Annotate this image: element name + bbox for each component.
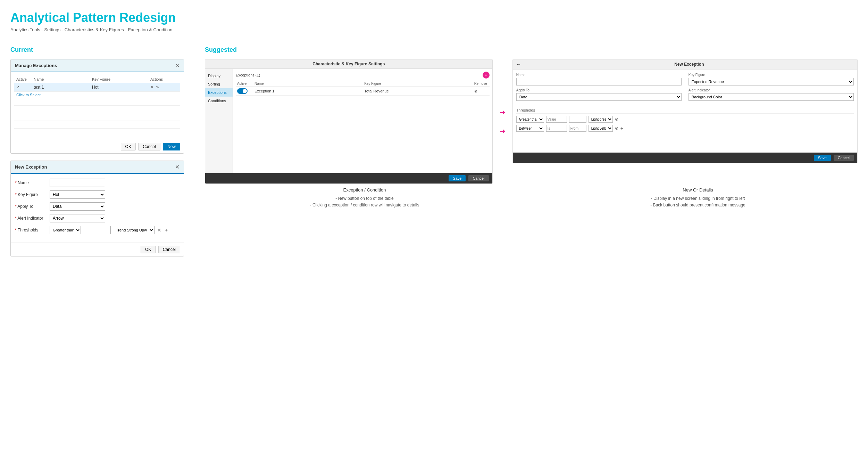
alertindicator-select[interactable]: Arrow <box>50 214 105 222</box>
exc-row-remove-icon[interactable]: ⊗ <box>474 89 488 93</box>
field-keyfigure: Key Figure Expected Revenue <box>688 73 854 85</box>
right-panel: ← New Exception Name Key Figure <box>512 59 858 163</box>
exc-row-keyfigure: Total Revenue <box>364 89 474 93</box>
left-panel-content: Exceptions (1) + Active Name Key Figure … <box>233 69 492 173</box>
back-btn[interactable]: ← <box>516 62 521 67</box>
annotation-left-title: Exception / Condition <box>205 187 524 193</box>
thr1-value-input[interactable] <box>546 116 567 123</box>
threshold-condition-select[interactable]: Greater than <box>50 226 81 234</box>
row-edit-btn[interactable]: ✎ <box>156 85 159 90</box>
thr1-from-input[interactable] <box>569 116 586 123</box>
new-exception-title: New Exception <box>15 164 47 170</box>
sidebar-item-exceptions[interactable]: Exceptions <box>205 88 233 97</box>
annotation-left-text: - New button on top of the table - Click… <box>205 195 524 209</box>
annotation-right-title: New Or Details <box>538 187 858 193</box>
right-panel-title: New Exception <box>525 62 854 67</box>
exc-row-name: Exception 1 <box>254 89 364 93</box>
current-label: Current <box>10 46 184 54</box>
field-alertindicator-label: Alert Indicator <box>15 216 50 221</box>
left-panel-inner: Display Sorting Exceptions Conditions Ex… <box>205 69 492 173</box>
field-name-label: Name <box>15 180 50 185</box>
field-name-row: Name <box>15 179 180 187</box>
click-to-select[interactable]: Click to Select <box>14 92 180 98</box>
manage-table-header: Active Name Key Figure Actions <box>14 76 180 83</box>
manage-exceptions-title: Manage Exceptions <box>15 63 57 68</box>
right-save-btn[interactable]: Save <box>814 155 831 161</box>
right-alertindicator-select[interactable]: Background Color <box>688 93 854 101</box>
thr1-color-select[interactable]: Light green <box>589 116 613 123</box>
new-exception-close-icon[interactable]: ✕ <box>175 164 180 170</box>
col-keyfigure: Key Figure <box>92 77 150 81</box>
thr2-condition-select[interactable]: Between <box>516 125 544 132</box>
manage-exceptions-footer: OK Cancel New <box>11 140 184 153</box>
col-active: Active <box>16 77 34 81</box>
table-row[interactable]: ✓ test 1 Hot ✕ ✎ <box>14 83 180 92</box>
thr2-delete-btn[interactable]: ⊗ <box>615 126 618 131</box>
left-panel-main: Exceptions (1) + Active Name Key Figure … <box>233 69 492 173</box>
threshold-add-btn[interactable]: + <box>164 227 168 233</box>
toggle-on[interactable] <box>237 88 248 94</box>
manage-exceptions-dialog: Manage Exceptions ✕ Active Name Key Figu… <box>10 59 184 154</box>
manage-new-btn[interactable]: New <box>163 143 180 150</box>
manage-cancel-btn[interactable]: Cancel <box>138 143 160 150</box>
row-delete-btn[interactable]: ✕ <box>150 85 154 90</box>
thr2-value-input[interactable] <box>546 125 567 132</box>
annotation-right-text: - Display in a new screen sliding in fro… <box>538 195 858 209</box>
left-panel-sidebar: Display Sorting Exceptions Conditions <box>205 69 233 173</box>
thr2-add-btn[interactable]: + <box>620 125 623 131</box>
page-subtitle: Analytics Tools - Settings - Characteris… <box>10 27 858 32</box>
manage-exceptions-body: Active Name Key Figure Actions ✓ test 1 … <box>11 72 184 140</box>
exc-col-active: Active <box>237 82 254 85</box>
right-panel-body: Name Key Figure Expected Revenue Apply <box>513 70 857 153</box>
thr1-condition-select[interactable]: Greater than <box>516 116 544 123</box>
thr1-delete-btn[interactable]: ⊗ <box>615 117 618 122</box>
field-alertindicator: Alert Indicator Background Color <box>688 88 854 101</box>
sidebar-item-sorting[interactable]: Sorting <box>205 80 233 88</box>
thresholds-section: Thresholds Greater than Light green <box>516 108 854 132</box>
new-exc-ok-btn[interactable]: OK <box>141 246 156 253</box>
col-name: Name <box>34 77 92 81</box>
manage-ok-btn[interactable]: OK <box>121 143 136 150</box>
thr2-color-select[interactable]: Light yellow <box>589 125 613 132</box>
right-keyfigure-label: Key Figure <box>688 73 854 77</box>
new-exc-cancel-btn[interactable]: Cancel <box>158 246 180 253</box>
annotation-left: Exception / Condition - New button on to… <box>205 187 524 209</box>
manage-exceptions-close-icon[interactable]: ✕ <box>175 62 180 69</box>
right-applyto-select[interactable]: Data <box>516 93 682 101</box>
exc-add-btn[interactable]: + <box>483 72 490 79</box>
new-exception-header: New Exception ✕ <box>11 161 184 174</box>
annotations: Exception / Condition - New button on to… <box>205 187 858 209</box>
exc-data-row[interactable]: Exception 1 Total Revenue ⊗ <box>236 87 490 96</box>
suggested-panels-wrapper: Characteristic & Key Figure Settings Dis… <box>205 59 858 184</box>
new-exception-footer: OK Cancel <box>11 243 184 256</box>
keyfigure-select[interactable]: Hot <box>50 190 105 199</box>
right-applyto-label: Apply To <box>516 88 682 92</box>
row-actions: ✕ ✎ <box>150 85 178 90</box>
right-panel-wrap: ← New Exception Name Key Figure <box>512 59 858 184</box>
right-cancel-btn[interactable]: Cancel <box>834 155 854 161</box>
left-panel-footer: Save Cancel <box>205 173 492 183</box>
page-title: Analytical Pattern Redesign <box>10 10 858 25</box>
applyto-select[interactable]: Data <box>50 202 105 211</box>
right-name-input[interactable] <box>516 78 682 85</box>
row-keyfigure: Hot <box>92 85 150 90</box>
left-panel-wrap: Characteristic & Key Figure Settings Dis… <box>205 59 493 184</box>
sidebar-item-display[interactable]: Display <box>205 72 233 80</box>
field-alertindicator-row: Alert Indicator Arrow <box>15 214 180 222</box>
name-input[interactable] <box>50 179 105 187</box>
right-panel-header: ← New Exception <box>513 59 857 70</box>
left-cancel-btn[interactable]: Cancel <box>468 175 489 181</box>
threshold-style-select[interactable]: Trend Strong Upw <box>113 226 155 234</box>
left-save-btn[interactable]: Save <box>449 175 466 181</box>
sidebar-item-conditions[interactable]: Conditions <box>205 97 233 105</box>
col-actions: Actions <box>150 77 178 81</box>
right-keyfigure-select[interactable]: Expected Revenue <box>688 78 854 85</box>
threshold-value-input[interactable] <box>83 226 111 234</box>
field-applyto-label: Apply To <box>15 204 50 209</box>
field-applyto-row: Apply To Data <box>15 202 180 211</box>
exc-row-toggle[interactable] <box>237 88 254 94</box>
left-panel: Characteristic & Key Figure Settings Dis… <box>205 59 493 184</box>
field-applyto: Apply To Data <box>516 88 682 101</box>
thr2-from-input[interactable] <box>569 125 586 132</box>
threshold-delete-btn[interactable]: ✕ <box>157 227 162 233</box>
